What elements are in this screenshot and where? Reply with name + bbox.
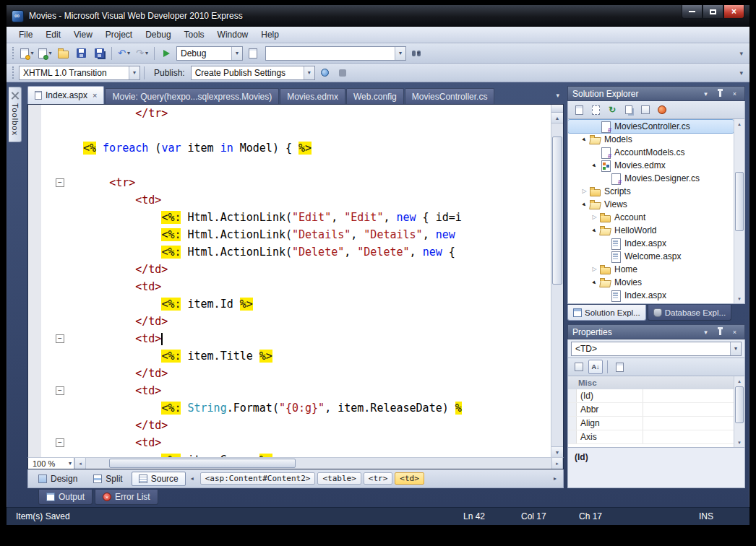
tab-solution-explorer[interactable]: Solution Expl... [567, 305, 646, 321]
aspnet-configuration-button[interactable] [655, 103, 669, 117]
scroll-down-icon[interactable]: ▼ [734, 438, 744, 447]
combo-dropdown-icon[interactable]: ▾ [129, 66, 139, 79]
document-tab[interactable]: Movie: Query(hexpo...sqlexpress.Movies) [105, 88, 279, 104]
tree-item[interactable]: Index.aspx [568, 237, 734, 250]
scroll-down-icon[interactable]: ▼ [551, 446, 563, 457]
code-line[interactable]: − <td> [28, 434, 551, 451]
code-line[interactable]: − <tr> [28, 174, 551, 191]
categorized-button[interactable] [572, 360, 586, 374]
scroll-left-icon[interactable]: ◂ [74, 458, 86, 469]
document-tab[interactable]: MoviesController.cs [405, 88, 495, 104]
fold-collapse-icon[interactable]: − [56, 178, 64, 187]
save-all-button[interactable] [91, 46, 108, 61]
expanded-icon[interactable]: ▸ [589, 160, 601, 171]
show-all-files-button[interactable] [588, 103, 603, 117]
property-value[interactable] [643, 430, 734, 443]
property-value[interactable] [643, 417, 734, 430]
tab-database-explorer[interactable]: Database Expl... [648, 305, 731, 321]
redo-button[interactable]: ↷▾ [134, 46, 150, 61]
window-menu-icon[interactable]: ▾ [700, 88, 711, 99]
design-view-button[interactable]: Design [31, 472, 85, 486]
open-file-button[interactable] [55, 46, 72, 61]
solution-platforms-button[interactable] [244, 46, 261, 61]
publish-profile-combo[interactable]: Create Publish Settings▾ [191, 66, 315, 80]
find-combo[interactable]: ▾ [265, 46, 406, 61]
scroll-down-icon[interactable]: ▼ [734, 294, 744, 303]
breadcrumb-right-icon[interactable]: ▸ [550, 472, 560, 485]
code-line[interactable]: </td> [28, 261, 551, 278]
property-category[interactable]: Misc [568, 376, 734, 389]
start-debugging-button[interactable] [158, 46, 175, 61]
find-in-files-button[interactable]: ▾ [408, 46, 424, 61]
breadcrumb-tag[interactable]: <asp:Content#Content2> [200, 472, 316, 485]
properties-button[interactable] [572, 103, 586, 117]
expanded-icon[interactable]: ▸ [589, 225, 601, 236]
menu-item-project[interactable]: Project [99, 27, 139, 42]
save-button[interactable] [73, 46, 90, 61]
code-line[interactable]: </td> [28, 365, 551, 382]
scroll-right-icon[interactable]: ▸ [551, 458, 563, 469]
dropdown-arrow-icon[interactable]: ▾ [417, 51, 420, 56]
code-line[interactable]: − <td> [28, 330, 551, 347]
code-editor[interactable]: </tr><% foreach (var item in Model) { %>… [28, 105, 551, 457]
breadcrumb-tag[interactable]: <td> [395, 472, 424, 485]
tree-item[interactable]: MoviesController.cs [568, 120, 734, 133]
dropdown-arrow-icon[interactable]: ▾ [145, 51, 148, 56]
tab-close-icon[interactable]: × [93, 91, 97, 100]
tree-item[interactable]: ▷Account [568, 211, 734, 224]
hscrollbar-thumb[interactable] [109, 459, 296, 468]
dropdown-arrow-icon[interactable]: ▾ [127, 51, 130, 56]
undo-button[interactable]: ↶▾ [116, 46, 132, 61]
breadcrumb-tag[interactable]: <table> [317, 472, 361, 485]
menu-item-file[interactable]: File [12, 27, 39, 42]
code-line[interactable]: </td> [28, 313, 551, 330]
tree-item[interactable]: ▸Movies.edmx [568, 159, 734, 172]
grid-scrollbar[interactable]: ▲ ▼ [734, 376, 744, 447]
nest-related-files-button[interactable] [638, 103, 653, 117]
code-line[interactable]: <%: item.Title %> [28, 347, 551, 365]
maximize-button[interactable] [703, 5, 723, 19]
fold-collapse-icon[interactable]: − [56, 386, 64, 395]
code-line[interactable] [28, 122, 551, 139]
scroll-up-icon[interactable]: ▲ [551, 113, 563, 124]
menu-item-debug[interactable]: Debug [139, 27, 177, 42]
fold-collapse-icon[interactable]: − [56, 334, 64, 343]
code-line[interactable]: <%: item.Genre %> [28, 451, 551, 457]
expanded-icon[interactable]: ▸ [579, 199, 590, 210]
menu-item-view[interactable]: View [67, 27, 99, 42]
combo-dropdown-icon[interactable]: ▾ [304, 66, 314, 79]
pin-icon[interactable] [715, 326, 726, 337]
code-line[interactable]: <%: Html.ActionLink("Edit", "Edit", new … [28, 209, 551, 226]
code-line[interactable]: <td> [28, 278, 551, 295]
tree-item[interactable]: ▸Models [568, 133, 734, 146]
window-menu-icon[interactable]: ▾ [700, 326, 711, 337]
tab-error-list[interactable]: × Error List [95, 490, 158, 505]
tree-item[interactable]: Movies.Designer.cs [568, 172, 734, 185]
property-value[interactable] [643, 403, 734, 416]
code-line[interactable]: <%: item.Id %> [28, 295, 551, 313]
code-line[interactable] [28, 157, 551, 174]
code-line[interactable]: <%: String.Format("{0:g}", item.ReleaseD… [28, 399, 551, 417]
toolbox-tab[interactable]: Toolbox [9, 87, 22, 142]
toolbar-grip[interactable] [12, 47, 15, 59]
dropdown-arrow-icon[interactable]: ▾ [30, 51, 33, 56]
document-tab[interactable]: Movies.edmx [280, 88, 345, 104]
code-line[interactable]: </td> [28, 417, 551, 434]
code-line[interactable]: </tr> [28, 105, 551, 122]
property-row[interactable]: Abbr [568, 403, 734, 417]
combo-dropdown-icon[interactable]: ▾ [69, 461, 72, 467]
menu-item-tools[interactable]: Tools [178, 27, 211, 42]
code-line[interactable]: <td> [28, 191, 551, 209]
vertical-scrollbar[interactable]: ▲ ▼ [551, 105, 563, 457]
menu-item-edit[interactable]: Edit [39, 27, 67, 42]
scrollbar-thumb[interactable] [735, 172, 744, 231]
panel-close-icon[interactable]: × [729, 88, 740, 99]
tree-item[interactable]: ▷Scripts [568, 185, 734, 198]
property-value[interactable] [643, 389, 734, 402]
tab-output[interactable]: Output [38, 490, 93, 505]
property-pages-button[interactable] [612, 360, 627, 374]
expanded-icon[interactable]: ▸ [589, 277, 601, 288]
fold-collapse-icon[interactable]: − [56, 438, 64, 447]
tree-item[interactable]: Welcome.aspx [568, 250, 734, 263]
splitter-handle[interactable] [551, 105, 563, 113]
